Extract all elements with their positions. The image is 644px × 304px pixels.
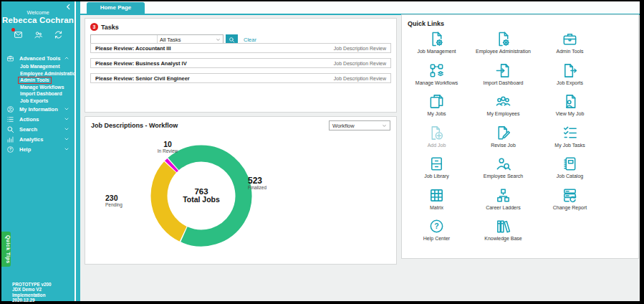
quick-link-admin-tools[interactable]: Admin Tools [537,31,603,62]
magnifier-icon [6,125,14,133]
tab-home-page[interactable]: Home Page [87,2,145,14]
chevron-down-icon [382,123,387,128]
footer-line-2: JDX Demo V2 Implementation [12,287,75,298]
person-circle-icon [6,105,14,113]
tasks-header: 3 Tasks [90,23,119,31]
total-jobs-label: Total Jobs [158,196,244,204]
doc-edit-icon [495,125,511,141]
quick-tips-tab[interactable]: Quick Tips [1,232,11,267]
quick-link-label: Import Dashboard [483,80,523,85]
quick-link-label: Help Center [423,236,450,241]
sidebar-item-employee-administration[interactable]: Employee Administration [20,70,75,77]
quick-link-my-employees[interactable]: My Employees [470,93,537,125]
books-icon [495,218,511,234]
quick-link-knowledge-base[interactable]: Knowledge Base [470,218,537,250]
task-title: Please Review: Accountant III [95,45,171,52]
welcome-label: Welcome [1,9,75,16]
segment-name: Pending [105,202,122,207]
task-type: Job Description Review [334,61,386,66]
sidebar-footer: PROTOTYPE v200 JDX Demo V2 Implementatio… [12,282,75,303]
tasks-title: Tasks [101,24,119,31]
quick-link-label: My Job Tasks [554,143,585,148]
quick-link-job-library[interactable]: Job Library [403,156,470,187]
quick-link-label: Manage Workflows [415,80,458,85]
sidebar-section-search[interactable]: Search [1,124,75,134]
grid-icon [428,187,445,204]
segment-value: 523 [248,177,266,185]
user-name: Rebecca Cochran [1,16,75,24]
sidebar: Welcome Rebecca Cochran Advanced ToolsJo… [1,1,75,301]
donut-label-in-review: 10In Review [146,141,189,153]
people-icon [495,93,511,110]
quick-link-manage-workflows[interactable]: Manage Workflows [403,62,470,94]
quick-link-label: Career Ladders [486,205,521,210]
section-label: Actions [19,116,64,123]
quick-link-label: Job Exports [557,80,583,85]
top-mail-icon[interactable] [14,30,23,39]
segment-value: 230 [105,194,122,202]
quick-link-label: View My Job [556,111,585,116]
sidebar-item-job-management[interactable]: Job Management [20,63,75,70]
quick-links-panel: Quick Links Job ManagementEmployee Admin… [401,14,639,259]
quick-link-job-exports[interactable]: Job Exports [537,62,603,94]
checklist-icon [562,125,578,141]
sidebar-item-admin-tools[interactable]: Admin Tools [20,77,75,84]
sidebar-item-job-exports[interactable]: Job Exports [20,98,75,105]
workflow-icon [428,62,445,79]
chevron-down-icon [64,106,69,112]
top-employees-icon[interactable] [34,30,43,39]
quick-link-label: Job Catalog [557,174,583,179]
task-row-please-review-business-analyst-iv[interactable]: Please Review: Business Analyst IVJob De… [90,58,391,68]
donut-label-pending: 230Pending [105,194,122,207]
donut-segment-in-review[interactable] [170,164,173,166]
sidebar-item-manage-workflows[interactable]: Manage Workflows [20,84,75,91]
quick-link-import-dashboard[interactable]: Import Dashboard [470,62,537,94]
quick-link-help-center[interactable]: Help Center [403,218,470,250]
tasks-filter-value: All Tasks [160,37,181,43]
notebook-icon [562,156,578,172]
sidebar-section-help[interactable]: Help [1,144,75,154]
sidebar-section-actions[interactable]: Actions [1,114,75,124]
sidebar-section-my-information[interactable]: My Information [1,104,75,114]
server-refresh-icon [562,187,578,204]
quick-link-my-jobs[interactable]: My Jobs [403,93,470,125]
task-type: Job Description Review [334,46,386,51]
search-icon [229,37,235,43]
workflow-chart-area: 763 Total Jobs 523Finalized230Pending10I… [85,133,396,264]
sidebar-section-analytics[interactable]: Analytics [1,134,75,144]
workflow-view-select[interactable]: Workflow [329,120,390,130]
footer-line-3: 2020.12.29 [12,298,75,303]
sidebar-item-import-dashboard[interactable]: Import Dashboard [20,90,75,98]
quick-link-view-my-job[interactable]: View My Job [537,93,603,125]
quick-link-label: Revise Job [491,143,516,148]
tasks-clear-link[interactable]: Clear [244,37,256,43]
quick-link-my-job-tasks[interactable]: My Job Tasks [537,125,603,156]
quick-link-employee-administration[interactable]: Employee Administration [470,31,537,62]
notification-dot [11,28,15,32]
task-row-please-review-accountant-iii[interactable]: Please Review: Accountant IIIJob Descrip… [90,43,391,53]
top-sync-icon[interactable] [54,30,63,39]
segment-name: Finalized [248,185,266,190]
quick-link-label: My Employees [487,111,520,116]
sidebar-section-advanced-tools[interactable]: Advanced Tools [1,53,75,63]
sync-icon [54,30,63,39]
section-label: Advanced Tools [19,55,64,62]
quick-link-revise-job[interactable]: Revise Job [470,125,537,156]
doc-gear-icon [428,31,445,47]
tab-bar: Home Page [80,1,640,15]
task-row-please-review-senior-civil-engineer[interactable]: Please Review: Senior Civil EngineerJob … [90,73,391,83]
quick-link-add-job[interactable]: Add Job [403,125,470,156]
main-content: Home Page 3 Tasks All Tasks [80,1,640,301]
task-list: Please Review: Accountant IIIJob Descrip… [90,43,391,88]
chevron-down-icon [64,116,69,122]
quick-link-job-management[interactable]: Job Management [403,31,470,62]
quick-link-matrix[interactable]: Matrix [403,187,470,219]
quick-link-job-catalog[interactable]: Job Catalog [537,156,603,187]
org-chart-icon [495,187,511,204]
list-icon [6,115,14,123]
footer-line-1: PROTOTYPE v200 [12,282,75,287]
quick-link-career-ladders[interactable]: Career Ladders [470,187,537,219]
quick-link-change-report[interactable]: Change Report [537,187,603,219]
quick-link-employee-search[interactable]: Employee Search [470,156,537,187]
section-label: Search [19,126,64,133]
